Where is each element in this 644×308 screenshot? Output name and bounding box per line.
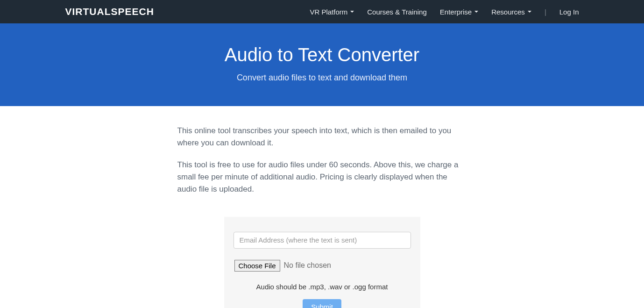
nav-vr-platform[interactable]: VR Platform [310,8,354,16]
brand-logo[interactable]: VIRTUALSPEECH [65,6,154,17]
nav-resources-label: Resources [491,8,525,16]
chevron-down-icon [528,11,531,13]
email-field[interactable] [234,232,411,249]
description-paragraph-1: This online tool transcribes your speech… [177,125,467,150]
hero-banner: Audio to Text Converter Convert audio fi… [0,23,644,106]
nav-login-label: Log In [559,8,579,16]
nav-vr-platform-label: VR Platform [310,8,347,16]
nav-resources[interactable]: Resources [491,8,531,16]
choose-file-button[interactable]: Choose File [234,260,280,272]
chevron-down-icon [350,11,354,13]
nav-separator: | [545,8,546,16]
file-input-row: Choose File No file chosen [234,260,411,272]
main-content: This online tool transcribes your speech… [168,106,476,308]
description-paragraph-2: This tool is free to use for audio files… [177,159,467,196]
chevron-down-icon [474,11,478,13]
page-subtitle: Convert audio files to text and download… [9,73,635,83]
nav-courses-label: Courses & Training [367,8,427,16]
upload-form: Choose File No file chosen Audio should … [224,217,420,308]
top-navbar: VIRTUALSPEECH VR Platform Courses & Trai… [0,0,644,23]
nav-login[interactable]: Log In [559,8,579,16]
nav-courses[interactable]: Courses & Training [367,8,427,16]
navbar-inner: VIRTUALSPEECH VR Platform Courses & Trai… [65,6,579,17]
nav-links: VR Platform Courses & Training Enterpris… [310,8,579,16]
page-title: Audio to Text Converter [9,44,635,65]
submit-button[interactable]: Submit [303,299,341,308]
nav-enterprise-label: Enterprise [440,8,472,16]
format-hint: Audio should be .mp3, .wav or .ogg forma… [234,283,411,291]
nav-enterprise[interactable]: Enterprise [440,8,478,16]
file-status-text: No file chosen [284,261,331,270]
